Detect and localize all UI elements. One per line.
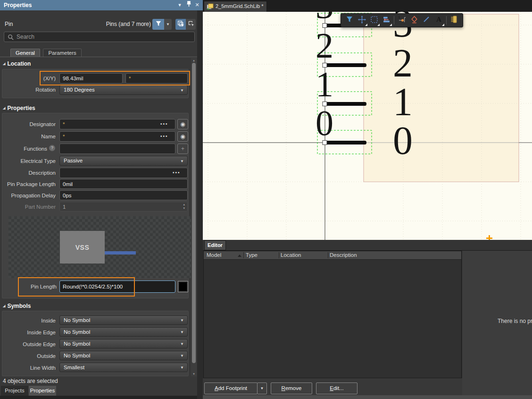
scroll-up-icon[interactable]: ▴ bbox=[191, 59, 197, 62]
schematic-canvas[interactable]: 3 3 2 2 1 1 bbox=[203, 12, 532, 240]
panel-title: Properties bbox=[4, 2, 32, 8]
footprint-table[interactable]: Model Type Location Description bbox=[203, 251, 462, 378]
panel-splitter[interactable] bbox=[197, 10, 203, 399]
filter-button[interactable] bbox=[152, 19, 164, 30]
propagation-delay-input[interactable] bbox=[59, 190, 188, 200]
move-tool-button[interactable] bbox=[356, 14, 368, 26]
place-pin-tool-button[interactable]: 1 bbox=[396, 14, 408, 26]
document-tab-strip: 2_5mmGrid.SchLib * bbox=[203, 0, 532, 12]
place-pin-icon: 1 bbox=[398, 15, 406, 25]
schematic-drawing: 3 3 2 2 1 1 bbox=[203, 12, 532, 240]
select-touching-button[interactable] bbox=[186, 19, 196, 30]
name-input[interactable] bbox=[59, 131, 175, 142]
functions-label: Functions bbox=[0, 146, 47, 152]
move-icon bbox=[358, 16, 366, 25]
editor-tab[interactable]: Editor bbox=[204, 240, 226, 250]
selection-rect-tool-button[interactable] bbox=[368, 14, 380, 26]
inside-edge-label: Inside Edge bbox=[0, 330, 56, 335]
add-footprint-button[interactable]: Add Footprint bbox=[204, 382, 258, 394]
tab-parameters[interactable]: Parameters bbox=[43, 49, 81, 57]
polygon-tool-button[interactable] bbox=[408, 14, 420, 26]
spinner-up-down-icon[interactable]: ▴▾ bbox=[183, 203, 185, 210]
pin-length-input[interactable] bbox=[59, 280, 175, 293]
dropdown-corner bbox=[390, 24, 392, 26]
location-x-input[interactable] bbox=[59, 73, 123, 84]
functions-add-button[interactable]: + bbox=[177, 144, 188, 154]
inside-edge-dropdown[interactable]: No Symbol▼ bbox=[59, 327, 188, 337]
pin-package-length-input[interactable] bbox=[59, 179, 188, 189]
line-width-label: Line Width bbox=[0, 365, 56, 371]
column-location[interactable]: Location bbox=[281, 252, 301, 258]
description-input[interactable] bbox=[59, 168, 188, 178]
properties-panel: Properties ▾ ✕ Pin Pins (and 7 more) ▼ bbox=[0, 0, 203, 399]
select-overlapping-button[interactable] bbox=[175, 19, 186, 30]
pin-designator[interactable]: 1 bbox=[316, 64, 333, 104]
rotation-dropdown[interactable]: 180 Degrees▼ bbox=[59, 85, 188, 95]
inside-dropdown[interactable]: No Symbol▼ bbox=[59, 315, 188, 325]
column-model[interactable]: Model bbox=[207, 252, 221, 258]
scrollbar-thumb[interactable] bbox=[192, 63, 196, 363]
remove-button[interactable]: Remove bbox=[271, 382, 312, 394]
pin-panel-icon[interactable] bbox=[185, 1, 192, 8]
search-input[interactable] bbox=[17, 32, 193, 42]
description-more-button[interactable]: ••• bbox=[173, 170, 181, 175]
filter-icon bbox=[155, 20, 162, 29]
line-tool-button[interactable] bbox=[420, 14, 432, 26]
filter-tool-button[interactable] bbox=[343, 14, 356, 26]
help-icon[interactable]: ? bbox=[49, 145, 55, 151]
pin-designator[interactable]: 0 bbox=[316, 103, 333, 143]
inside-label: Inside bbox=[0, 318, 56, 323]
preview-pin-line bbox=[105, 251, 136, 255]
name-more-button[interactable]: ••• bbox=[160, 134, 168, 139]
selection-rect-icon bbox=[370, 16, 378, 25]
panel-dropdown-icon[interactable]: ▾ bbox=[176, 2, 183, 8]
edit-button[interactable]: Edit... bbox=[316, 382, 357, 394]
pin-color-swatch[interactable] bbox=[178, 281, 188, 292]
designator-more-button[interactable]: ••• bbox=[160, 121, 168, 127]
document-tab[interactable]: 2_5mmGrid.SchLib * bbox=[204, 1, 267, 12]
column-separator[interactable] bbox=[243, 252, 244, 258]
pin-name[interactable]: 0 bbox=[393, 119, 413, 162]
svg-text:1: 1 bbox=[398, 15, 400, 19]
line-width-dropdown[interactable]: Smallest▼ bbox=[59, 363, 188, 372]
search-box bbox=[4, 32, 195, 42]
column-separator[interactable] bbox=[328, 252, 328, 258]
bottom-tab-properties[interactable]: Properties bbox=[29, 386, 56, 396]
pin-name[interactable]: 1 bbox=[393, 80, 413, 124]
functions-input[interactable] bbox=[59, 144, 175, 154]
designator-label: Designator bbox=[0, 121, 56, 127]
pin-designator[interactable]: 2 bbox=[316, 25, 333, 65]
symbol-body[interactable] bbox=[364, 14, 519, 182]
outside-edge-dropdown[interactable]: No Symbol▼ bbox=[59, 339, 188, 348]
outside-edge-label: Outside Edge bbox=[0, 341, 56, 347]
text-tool-button[interactable]: A bbox=[432, 14, 445, 26]
location-y-input[interactable] bbox=[125, 73, 188, 84]
column-description[interactable]: Description bbox=[330, 252, 357, 258]
part-number-input[interactable] bbox=[59, 202, 188, 212]
polygon-icon bbox=[410, 16, 418, 25]
designator-visibility-button[interactable]: ◉ bbox=[177, 119, 188, 129]
column-type[interactable]: Type bbox=[246, 252, 258, 258]
designator-input[interactable] bbox=[59, 119, 175, 129]
bottom-tab-projects[interactable]: Projects bbox=[1, 386, 28, 396]
section-properties[interactable]: ◢Properties bbox=[3, 105, 35, 111]
outside-dropdown[interactable]: No Symbol▼ bbox=[59, 351, 188, 360]
select-touching-icon bbox=[188, 20, 194, 29]
close-icon[interactable]: ✕ bbox=[194, 2, 200, 8]
column-separator[interactable] bbox=[279, 252, 279, 258]
tab-general[interactable]: General bbox=[10, 49, 40, 57]
chevron-down-icon: ▼ bbox=[180, 340, 184, 349]
section-location[interactable]: ◢Location bbox=[3, 60, 31, 67]
pin-name[interactable]: 2 bbox=[393, 41, 413, 85]
pin-designator[interactable]: 3 bbox=[316, 12, 333, 25]
name-visibility-button[interactable]: ◉ bbox=[177, 131, 188, 142]
section-symbols[interactable]: ◢Symbols bbox=[3, 303, 31, 309]
part-tool-button[interactable] bbox=[448, 14, 460, 26]
add-footprint-dropdown-button[interactable]: ▼ bbox=[257, 382, 267, 394]
scroll-down-icon[interactable]: ▾ bbox=[191, 372, 197, 376]
electrical-type-dropdown[interactable]: Passive▼ bbox=[59, 156, 188, 166]
filter-dropdown-button[interactable]: ▼ bbox=[164, 19, 172, 30]
align-tool-button[interactable] bbox=[380, 14, 392, 26]
outside-label: Outside bbox=[0, 353, 56, 359]
eye-icon: ◉ bbox=[180, 121, 185, 127]
